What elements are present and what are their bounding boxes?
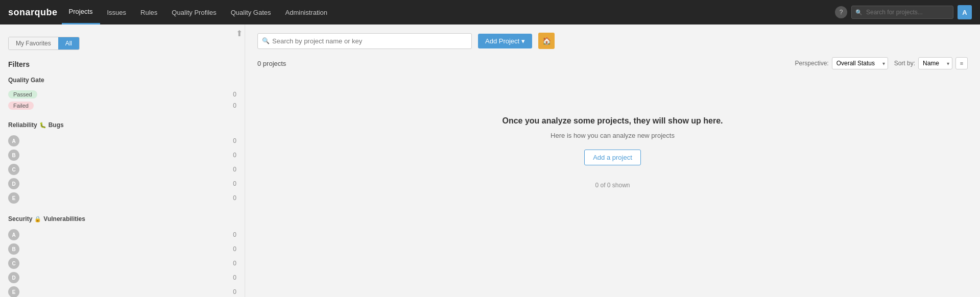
nav-item-quality-gates[interactable]: Quality Gates: [224, 0, 278, 24]
nav-items: Projects Issues Rules Quality Profiles Q…: [62, 0, 835, 24]
sortby-label: Sort by:: [894, 60, 915, 67]
security-d-count: 0: [233, 274, 236, 281]
help-button[interactable]: ?: [835, 6, 847, 18]
reliability-e-row: E 0: [8, 191, 236, 205]
reliability-a-count: 0: [233, 137, 236, 144]
reliability-d-count: 0: [233, 180, 236, 187]
content-header: 🔍 Add Project ▾ 🏠: [257, 33, 968, 49]
reliability-b-row: B 0: [8, 148, 236, 162]
content-search-wrap: 🔍: [257, 33, 472, 49]
perspective-label: Perspective:: [795, 60, 829, 67]
reliability-b-count: 0: [233, 152, 236, 159]
home-icon: 🏠: [542, 37, 551, 45]
passed-count: 0: [233, 91, 236, 98]
content-controls: 0 projects Perspective: Overall Status S…: [257, 57, 968, 69]
security-a-count: 0: [233, 231, 236, 238]
add-project-label: Add Project: [485, 37, 519, 45]
project-count: 0 projects: [257, 60, 789, 67]
security-b-count: 0: [233, 245, 236, 253]
reliability-grade-e[interactable]: E: [8, 192, 19, 204]
nav-item-projects[interactable]: Projects: [62, 0, 100, 24]
failed-filter-row: Failed 0: [8, 100, 236, 111]
sort-direction-icon: ≡: [960, 60, 963, 66]
brand-logo[interactable]: sonarqube: [8, 7, 58, 18]
sortby-wrap: Sort by: Name ≡: [894, 57, 968, 69]
reliability-a-row: A 0: [8, 134, 236, 148]
user-avatar[interactable]: A: [958, 5, 972, 19]
nav-item-quality-profiles[interactable]: Quality Profiles: [164, 0, 223, 24]
nav-item-administration[interactable]: Administration: [278, 0, 334, 24]
add-project-outline-button[interactable]: Add a project: [584, 150, 641, 165]
sort-direction-button[interactable]: ≡: [955, 57, 968, 69]
nav-search-icon: 🔍: [855, 9, 863, 16]
empty-title: Once you analyze some projects, they wil…: [502, 116, 723, 126]
security-c-count: 0: [233, 260, 236, 267]
reliability-grade-b[interactable]: B: [8, 150, 19, 161]
reliability-title: Reliability 🐛 Bugs: [8, 121, 236, 129]
empty-subtitle: Here is how you can analyze new projects: [551, 132, 675, 139]
security-e-row: E 0: [8, 285, 236, 297]
security-filter: Security 🔒 Vulnerabilities A 0 B 0 C 0 D…: [8, 215, 236, 297]
nav-search-input[interactable]: [851, 6, 953, 19]
reliability-d-row: D 0: [8, 177, 236, 191]
main-content: 🔍 Add Project ▾ 🏠 0 projects Perspective…: [245, 24, 980, 297]
passed-filter-row: Passed 0: [8, 89, 236, 100]
home-button[interactable]: 🏠: [538, 33, 555, 49]
sidebar: ⬆ My Favorites All Filters Quality Gate …: [0, 24, 245, 297]
failed-badge[interactable]: Failed: [8, 102, 34, 110]
project-search-input[interactable]: [257, 33, 472, 49]
nav-item-rules[interactable]: Rules: [133, 0, 164, 24]
security-grade-d[interactable]: D: [8, 272, 19, 283]
sortby-select[interactable]: Name: [918, 57, 952, 69]
nav-search-wrap: 🔍: [851, 6, 953, 19]
filters-title: Filters: [8, 60, 236, 68]
perspective-select[interactable]: Overall Status: [832, 57, 888, 69]
security-grade-c[interactable]: C: [8, 258, 19, 269]
security-e-count: 0: [233, 288, 236, 295]
my-favorites-btn[interactable]: My Favorites: [9, 37, 58, 50]
empty-state: Once you analyze some projects, they wil…: [257, 86, 968, 219]
perspective-wrap: Perspective: Overall Status: [795, 57, 888, 69]
security-icon: 🔒: [34, 216, 41, 222]
reliability-grade-c[interactable]: C: [8, 164, 19, 175]
content-search-icon: 🔍: [262, 37, 270, 44]
reliability-grade-d[interactable]: D: [8, 178, 19, 189]
failed-count: 0: [233, 102, 236, 109]
dropdown-arrow-icon: ▾: [521, 37, 525, 45]
nav-item-issues[interactable]: Issues: [100, 0, 134, 24]
reliability-grade-a[interactable]: A: [8, 135, 19, 146]
add-project-button[interactable]: Add Project ▾: [478, 34, 532, 48]
security-grade-a[interactable]: A: [8, 229, 19, 240]
passed-badge[interactable]: Passed: [8, 90, 37, 98]
reliability-c-count: 0: [233, 166, 236, 173]
security-d-row: D 0: [8, 270, 236, 285]
quality-gate-title: Quality Gate: [8, 77, 236, 84]
security-a-row: A 0: [8, 228, 236, 242]
reliability-c-row: C 0: [8, 162, 236, 177]
security-grade-b[interactable]: B: [8, 243, 19, 255]
brand-name: sonarqube: [8, 7, 58, 18]
security-b-row: B 0: [8, 242, 236, 256]
scroll-indicator: ⬆: [236, 29, 243, 38]
nav-right: ? 🔍 A: [835, 5, 972, 19]
security-title: Security 🔒 Vulnerabilities: [8, 215, 236, 222]
main-layout: ⬆ My Favorites All Filters Quality Gate …: [0, 24, 980, 297]
sortby-select-wrap: Name: [918, 57, 952, 69]
quality-gate-filter: Quality Gate Passed 0 Failed 0: [8, 77, 236, 111]
reliability-filter: Reliability 🐛 Bugs A 0 B 0 C 0 D 0 E: [8, 121, 236, 205]
shown-count: 0 of 0 shown: [595, 182, 630, 189]
all-btn[interactable]: All: [58, 37, 79, 50]
perspective-select-wrap: Overall Status: [832, 57, 888, 69]
favorites-toggle: My Favorites All: [8, 37, 80, 50]
security-grade-e[interactable]: E: [8, 286, 19, 297]
reliability-e-count: 0: [233, 194, 236, 202]
security-c-row: C 0: [8, 256, 236, 270]
navbar: sonarqube Projects Issues Rules Quality …: [0, 0, 980, 24]
reliability-icon: 🐛: [39, 122, 46, 129]
